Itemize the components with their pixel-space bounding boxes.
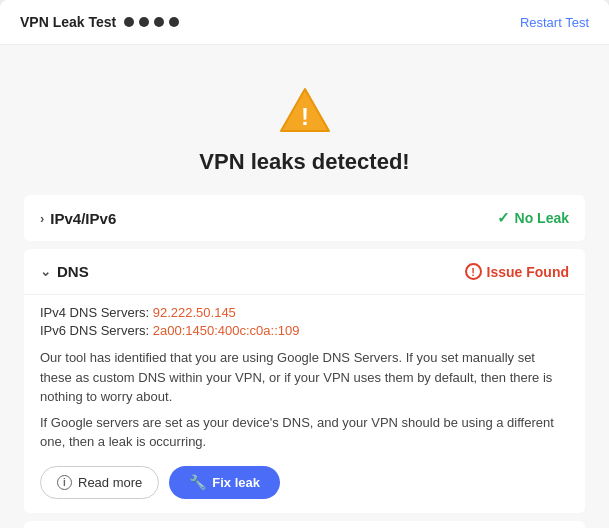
dot-4 xyxy=(169,17,179,27)
wrench-icon: 🔧 xyxy=(189,474,206,490)
ipv4ipv6-section-row[interactable]: › IPv4/IPv6 ✓ No Leak xyxy=(24,195,585,241)
ipv4ipv6-status: ✓ No Leak xyxy=(497,209,569,227)
check-icon: ✓ xyxy=(497,209,510,227)
dot-1 xyxy=(124,17,134,27)
svg-text:!: ! xyxy=(301,103,309,130)
warning-title: VPN leaks detected! xyxy=(199,149,409,175)
action-buttons: i Read more 🔧 Fix leak xyxy=(40,466,569,499)
dot-2 xyxy=(139,17,149,27)
warning-icon: ! xyxy=(279,85,331,137)
dns-description-1: Our tool has identified that you are usi… xyxy=(40,348,569,407)
warning-section: ! VPN leaks detected! xyxy=(24,65,585,195)
dns-details: IPv4 DNS Servers: 92.222.50.145 IPv6 DNS… xyxy=(24,294,585,513)
vpn-leak-test-card: VPN Leak Test Restart Test ! VPN leaks d… xyxy=(0,0,609,528)
restart-test-link[interactable]: Restart Test xyxy=(520,15,589,30)
ipv6-dns-value: 2a00:1450:400c:c0a::109 xyxy=(153,323,300,338)
chevron-right-icon: › xyxy=(40,211,44,226)
dns-description-2: If Google servers are set as your device… xyxy=(40,413,569,452)
ipv4-dns-line: IPv4 DNS Servers: 92.222.50.145 xyxy=(40,305,569,320)
dns-header-row[interactable]: ⌄ DNS ! Issue Found xyxy=(24,249,585,294)
ipv6-dns-line: IPv6 DNS Servers: 2a00:1450:400c:c0a::10… xyxy=(40,323,569,338)
dns-label: ⌄ DNS xyxy=(40,263,89,280)
main-content: ! VPN leaks detected! › IPv4/IPv6 ✓ No L… xyxy=(0,45,609,528)
ipv4-dns-value: 92.222.50.145 xyxy=(153,305,236,320)
info-icon: i xyxy=(57,475,72,490)
app-title: VPN Leak Test xyxy=(20,14,116,30)
read-more-button[interactable]: i Read more xyxy=(40,466,159,499)
dns-section: ⌄ DNS ! Issue Found IPv4 DNS Servers: 92… xyxy=(24,249,585,513)
dns-status: ! Issue Found xyxy=(465,263,569,280)
issue-icon: ! xyxy=(465,263,482,280)
webrtc-section-row[interactable]: › WebRTC ✓ No Leak xyxy=(24,521,585,529)
ipv4ipv6-label: › IPv4/IPv6 xyxy=(40,210,116,227)
card-header: VPN Leak Test Restart Test xyxy=(0,0,609,45)
chevron-down-icon: ⌄ xyxy=(40,264,51,279)
progress-dots xyxy=(124,17,179,27)
fix-leak-button[interactable]: 🔧 Fix leak xyxy=(169,466,280,499)
header-left: VPN Leak Test xyxy=(20,14,179,30)
dot-3 xyxy=(154,17,164,27)
